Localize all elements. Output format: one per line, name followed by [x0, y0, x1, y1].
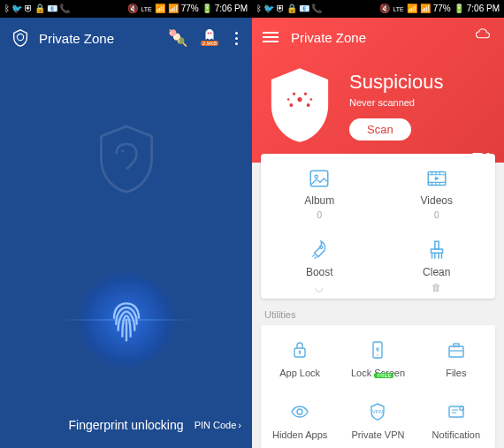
boost-tile[interactable]: Boost ◡	[261, 225, 378, 299]
applock-icon	[287, 338, 312, 362]
status-bar-right: ᛒ 🐦 ⛨ 🔒 📧 📞 🔇 LTE 📶 📶 77% 🔋 7:06 PM	[252, 0, 504, 18]
phone-icon: 📞	[311, 4, 322, 13]
menu-icon[interactable]	[263, 32, 279, 42]
scan-button[interactable]: Scan	[349, 118, 411, 140]
lock-screen: ᛒ 🐦 ⛨ 🔒 📧 📞 🔇 LTE 📶 📶 77% 🔋 7:06 PM Priv…	[0, 0, 252, 448]
svg-point-18	[377, 348, 378, 350]
svg-point-5	[307, 103, 310, 107]
svg-point-3	[297, 97, 302, 102]
svg-point-2	[210, 33, 212, 34]
hero-panel: Private Zone Suspicious Never scanned Sc…	[252, 18, 504, 163]
svg-point-8	[287, 98, 290, 101]
pin-code-link[interactable]: PIN Code ›	[195, 420, 241, 430]
clean-icon	[424, 238, 449, 262]
status-notifications: ᛒ 🐦 ⛨ 🔒 📧 📞	[4, 4, 70, 13]
battery-pct: 77%	[433, 4, 451, 13]
svg-rect-20	[449, 346, 463, 357]
fingerprint-label: Fingerprint unlocking	[69, 418, 184, 432]
ghost-usage-label: 2.9KB	[201, 41, 218, 46]
app-title: Private Zone	[291, 30, 460, 45]
lte-icon: LTE	[141, 6, 151, 12]
home-screen: ᛒ 🐦 ⛨ 🔒 📧 📞 🔇 LTE 📶 📶 77% 🔋 7:06 PM Priv…	[252, 0, 504, 448]
free-badge: FREE	[374, 373, 393, 378]
svg-point-9	[310, 98, 313, 101]
signal-icon: 📶	[168, 4, 179, 13]
svg-point-4	[289, 103, 293, 107]
clean-tile[interactable]: Clean 🗑	[378, 225, 496, 299]
utilities-card: App Lock Lock Screen Files Hidden Apps V…	[261, 325, 495, 448]
svg-rect-10	[311, 171, 329, 186]
videos-icon	[424, 166, 449, 191]
bluetooth-icon: ᛒ	[4, 4, 10, 13]
battery-icon: 🔋	[202, 4, 212, 13]
clock: 7:06 PM	[215, 4, 248, 13]
svg-point-16	[299, 351, 302, 353]
fingerprint-icon	[94, 287, 159, 353]
svg-rect-14	[435, 241, 439, 249]
app-logo-lion-icon	[11, 28, 30, 48]
svg-point-11	[315, 175, 317, 178]
twitter-icon: 🐦	[263, 4, 274, 13]
vpn-icon: VPN	[365, 399, 390, 424]
lockscreen-icon	[365, 338, 390, 362]
app-title: Private Zone	[39, 31, 159, 46]
svg-point-1	[208, 33, 210, 34]
svg-point-19	[378, 354, 379, 356]
notification-tile[interactable]: Notification	[417, 387, 495, 448]
security-status: Suspicious	[349, 71, 443, 94]
bluetooth-icon: ᛒ	[256, 4, 262, 13]
files-icon	[444, 338, 469, 362]
gauge-icon: ◡	[315, 282, 324, 293]
lock-status-icon: 🔒	[286, 4, 297, 13]
shield-status-icon: ⛨	[24, 4, 33, 13]
battery-pct: 77%	[181, 4, 199, 13]
utilities-header: Utilities	[252, 308, 504, 325]
more-menu-icon[interactable]	[232, 28, 241, 49]
chevron-right-icon: ›	[238, 420, 241, 430]
private-vpn-tile[interactable]: VPN FREE Private VPN	[339, 387, 416, 448]
wifi-icon: 📶	[155, 4, 165, 13]
battery-icon: 🔋	[454, 4, 464, 13]
lte-icon: LTE	[393, 6, 403, 12]
main-features-card: Album 0 Videos 0 Boost ◡ Clean 🗑	[261, 154, 495, 299]
applock-tile[interactable]: App Lock	[261, 325, 339, 387]
scan-shield-icon	[264, 65, 335, 145]
mute-icon: 🔇	[127, 4, 138, 13]
mute-icon: 🔇	[379, 4, 390, 13]
svg-text:VPN: VPN	[372, 409, 383, 414]
lock-status-icon: 🔒	[34, 4, 45, 13]
videos-tile[interactable]: Videos 0	[378, 154, 496, 225]
album-tile[interactable]: Album 0	[261, 154, 378, 225]
popsicle-icon[interactable]: 🍡	[168, 28, 187, 48]
signal-icon: 📶	[420, 4, 431, 13]
mail-icon: 📧	[47, 4, 57, 13]
svg-rect-24	[449, 406, 463, 417]
status-bar-left: ᛒ 🐦 ⛨ 🔒 📧 📞 🔇 LTE 📶 📶 77% 🔋 7:06 PM	[0, 0, 252, 18]
twitter-icon: 🐦	[11, 4, 22, 13]
svg-point-6	[293, 93, 295, 95]
cloud-icon[interactable]	[472, 27, 493, 48]
status-system: 🔇 LTE 📶 📶 77% 🔋 7:06 PM	[379, 4, 500, 13]
boost-icon	[307, 238, 332, 262]
status-notifications: ᛒ 🐦 ⛨ 🔒 📧 📞	[256, 4, 322, 13]
security-sub: Never scanned	[349, 97, 443, 108]
svg-rect-21	[454, 344, 459, 346]
album-icon	[307, 166, 332, 191]
clock: 7:06 PM	[467, 4, 500, 13]
hidden-apps-tile[interactable]: Hidden Apps	[261, 387, 339, 448]
files-tile[interactable]: Files	[417, 325, 495, 387]
fingerprint-sensor[interactable]	[78, 271, 175, 368]
wifi-icon: 📶	[407, 4, 417, 13]
shield-status-icon: ⛨	[276, 4, 285, 13]
shield-watermark-icon	[95, 124, 157, 198]
notification-icon	[444, 399, 469, 424]
svg-point-0	[17, 34, 23, 40]
ghost-usage-icon[interactable]: 2.9KB	[200, 27, 219, 49]
phone-icon: 📞	[59, 4, 70, 13]
status-system: 🔇 LTE 📶 📶 77% 🔋 7:06 PM	[127, 4, 248, 13]
hidden-apps-icon	[287, 399, 312, 424]
app-bar-left: Private Zone 🍡 2.9KB	[0, 18, 252, 58]
trash-icon: 🗑	[431, 282, 441, 292]
svg-point-22	[297, 409, 302, 414]
svg-point-13	[320, 246, 323, 248]
